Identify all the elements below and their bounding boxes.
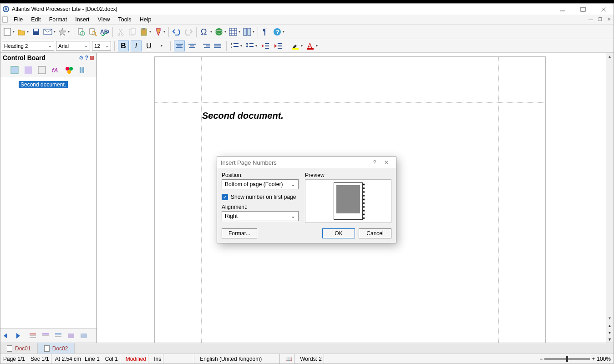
undo-button[interactable] <box>171 26 182 38</box>
status-col[interactable]: Col 1 <box>103 354 120 364</box>
doc-tab-1[interactable]: Doc02 <box>38 343 75 354</box>
menu-format[interactable]: Format <box>45 15 71 24</box>
zoom-slider[interactable] <box>544 358 590 360</box>
gear-icon[interactable]: ⚙ <box>79 55 84 61</box>
highlight-button[interactable] <box>290 40 304 52</box>
paste-button[interactable] <box>139 26 152 38</box>
save-button[interactable] <box>30 26 41 38</box>
style-combo[interactable]: Heading 2 <box>2 41 54 51</box>
status-page[interactable]: Page 1/1 <box>3 356 25 362</box>
new-button[interactable] <box>2 26 15 38</box>
scroll-up-button[interactable]: ▲ <box>606 53 614 61</box>
status-modified[interactable]: Modified <box>124 354 148 364</box>
decrease-indent-button[interactable] <box>260 40 271 52</box>
menu-help[interactable]: Help <box>136 15 156 24</box>
bullet-list-button[interactable] <box>245 40 258 52</box>
vertical-scrollbar[interactable]: ▲ ▼ ▲ ● ▼ <box>606 53 614 343</box>
minimize-button[interactable] <box>552 4 573 15</box>
mdi-minimize[interactable]: — <box>586 15 595 24</box>
align-right-button[interactable] <box>199 40 210 51</box>
underline-dropdown[interactable]: ▾ <box>156 40 167 52</box>
align-center-button[interactable] <box>187 40 198 51</box>
close-panel-icon[interactable]: ⊠ <box>90 55 94 61</box>
zoom-in-button[interactable]: + <box>592 356 595 362</box>
menu-insert[interactable]: Insert <box>71 15 93 24</box>
cb-tab-6[interactable] <box>77 65 88 76</box>
align-justify-button[interactable] <box>212 40 223 51</box>
menu-edit[interactable]: Edit <box>27 15 45 24</box>
bold-button[interactable]: B <box>118 40 129 51</box>
status-language[interactable]: English (United Kingdom) <box>198 354 280 364</box>
status-sec[interactable]: Sec 1/1 <box>29 354 51 364</box>
status-words[interactable]: Words: 2 <box>298 354 324 364</box>
position-select[interactable]: Bottom of page (Footer) <box>222 179 299 189</box>
status-at[interactable]: At 2.54 cm <box>55 356 81 362</box>
svg-text:Ω: Ω <box>201 27 207 36</box>
help-icon[interactable]: ? <box>85 55 88 61</box>
cancel-button[interactable]: Cancel <box>359 228 391 238</box>
maximize-button[interactable] <box>573 4 593 15</box>
size-combo[interactable]: 12 <box>92 41 111 51</box>
nav-btn-5[interactable] <box>53 330 64 341</box>
ok-button[interactable]: OK <box>322 228 355 238</box>
mdi-close[interactable]: ✕ <box>604 15 614 24</box>
outline-item-selected[interactable]: Second document. <box>19 81 68 88</box>
nav-next-button[interactable] <box>15 330 26 341</box>
nav-btn-3[interactable] <box>28 330 39 341</box>
browse-object-button[interactable]: ● <box>606 329 614 336</box>
help-button[interactable]: ? <box>272 26 285 38</box>
nav-btn-7[interactable] <box>79 330 90 341</box>
menu-view[interactable]: View <box>94 15 114 24</box>
numbered-list-button[interactable]: 12 <box>230 40 243 52</box>
prev-page-button[interactable]: ▲ <box>606 322 614 329</box>
cb-tab-5[interactable] <box>64 65 75 76</box>
redo-button[interactable] <box>183 26 194 38</box>
dialog-close-button[interactable]: ✕ <box>381 159 392 166</box>
font-color-button[interactable]: A <box>305 40 319 52</box>
align-left-button[interactable] <box>174 40 185 51</box>
zoom-out-button[interactable]: − <box>539 356 543 362</box>
status-book-icon[interactable]: 📖 <box>284 354 294 364</box>
spellcheck-button[interactable]: ABC <box>99 26 110 38</box>
font-combo[interactable]: Arial <box>56 41 90 51</box>
nav-prev-button[interactable] <box>2 330 13 341</box>
menu-tools[interactable]: Tools <box>114 15 135 24</box>
copy-button[interactable] <box>127 26 138 38</box>
mail-button[interactable] <box>42 26 56 38</box>
doc-tab-0[interactable]: Doc01 <box>0 343 38 354</box>
format-painter-button[interactable] <box>153 26 166 38</box>
cb-tab-2[interactable] <box>23 65 34 76</box>
zoom-percent[interactable]: 100% <box>597 356 611 362</box>
table-button[interactable] <box>228 26 241 38</box>
cb-tab-4[interactable]: fA <box>50 65 61 76</box>
underline-button[interactable]: U <box>143 40 154 51</box>
columns-button[interactable] <box>242 26 255 38</box>
status-ins[interactable]: Ins <box>152 354 163 364</box>
cb-tab-1[interactable] <box>9 65 20 76</box>
status-line[interactable]: Line 1 <box>85 356 100 362</box>
dialog-help-button[interactable]: ? <box>369 159 381 166</box>
close-button[interactable] <box>593 4 614 15</box>
alignment-select[interactable]: Right <box>222 211 299 221</box>
mdi-restore[interactable]: ❐ <box>595 15 604 24</box>
nav-btn-6[interactable] <box>66 330 77 341</box>
hyperlink-button[interactable] <box>214 26 227 38</box>
find-button[interactable] <box>87 26 98 38</box>
scroll-down-button[interactable]: ▼ <box>606 314 614 322</box>
open-button[interactable] <box>16 26 30 38</box>
increase-indent-button[interactable] <box>273 40 284 52</box>
next-page-button[interactable]: ▼ <box>606 336 614 343</box>
favorites-button[interactable] <box>57 26 71 38</box>
italic-button[interactable]: I <box>131 40 142 51</box>
symbol-button[interactable]: Ω <box>199 26 213 38</box>
cb-tab-3[interactable] <box>36 65 47 76</box>
show-first-checkbox[interactable]: ✓ <box>222 194 228 200</box>
cut-button[interactable] <box>115 26 126 38</box>
nav-btn-4[interactable] <box>41 330 51 341</box>
print-preview-button[interactable] <box>76 26 86 38</box>
menu-file[interactable]: File <box>10 15 27 24</box>
pilcrow-button[interactable]: ¶ <box>260 26 271 38</box>
svg-rect-58 <box>80 67 81 73</box>
document-heading[interactable]: Second document. <box>202 111 284 121</box>
format-button[interactable]: Format... <box>222 228 257 238</box>
